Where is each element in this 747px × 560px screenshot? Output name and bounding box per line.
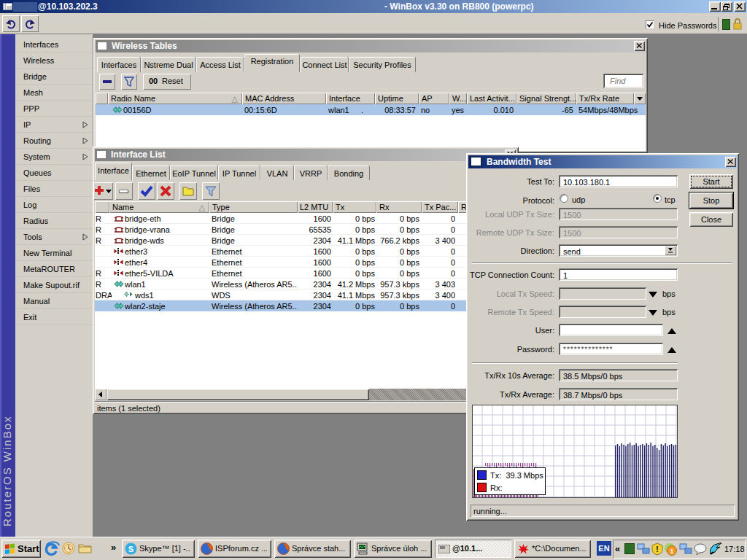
svg-text:!: ! bbox=[656, 545, 658, 553]
svg-text:1: 1 bbox=[670, 548, 673, 555]
svg-text:S: S bbox=[128, 545, 133, 553]
